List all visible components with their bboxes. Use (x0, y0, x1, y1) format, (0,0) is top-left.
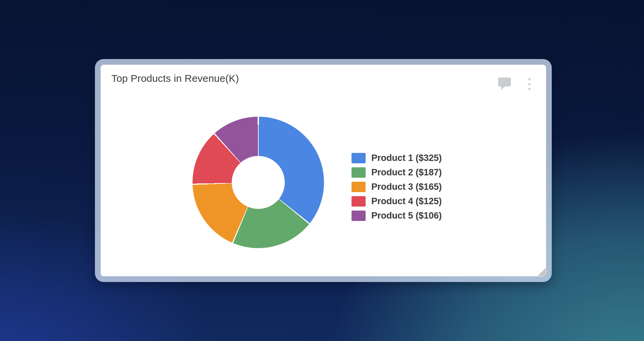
more-options-icon[interactable] (526, 78, 533, 90)
resize-handle[interactable] (538, 268, 546, 276)
widget-panel: Top Products in Revenue(K) Product 1 ($3… (101, 65, 546, 276)
legend-swatch (352, 211, 366, 221)
legend-swatch (352, 153, 366, 163)
legend-item[interactable]: Product 5 ($106) (352, 211, 442, 221)
comment-icon[interactable] (498, 77, 511, 87)
kebab-dot (528, 83, 531, 86)
legend-label: Product 3 ($165) (371, 182, 442, 192)
legend-label: Product 2 ($187) (371, 167, 442, 178)
legend-swatch (352, 196, 366, 207)
widget-card[interactable]: Top Products in Revenue(K) Product 1 ($3… (95, 59, 552, 282)
legend-item[interactable]: Product 3 ($165) (352, 182, 442, 192)
donut-chart[interactable] (193, 117, 324, 248)
legend-item[interactable]: Product 2 ($187) (352, 167, 442, 178)
legend-label: Product 4 ($125) (371, 196, 442, 207)
legend: Product 1 ($325)Product 2 ($187)Product … (352, 153, 442, 221)
legend-label: Product 1 ($325) (371, 153, 442, 163)
kebab-dot (528, 88, 531, 90)
chart-title: Top Products in Revenue(K) (111, 73, 239, 84)
donut-hole (232, 156, 285, 209)
kebab-dot (528, 78, 531, 80)
legend-label: Product 5 ($106) (371, 211, 442, 221)
legend-swatch (352, 167, 366, 178)
legend-item[interactable]: Product 1 ($325) (352, 153, 442, 163)
legend-swatch (352, 182, 366, 192)
legend-item[interactable]: Product 4 ($125) (352, 196, 442, 207)
